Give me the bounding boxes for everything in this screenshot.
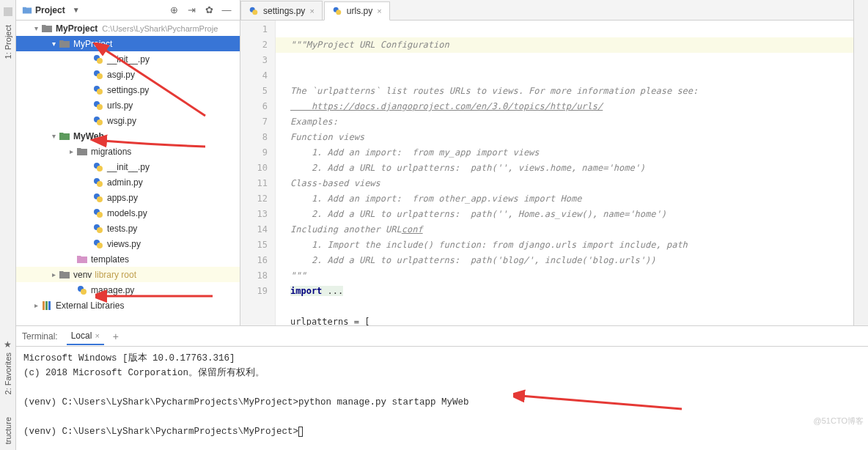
collapse-all-icon[interactable]: ⇥ bbox=[184, 3, 199, 18]
tab-urls[interactable]: urls.py× bbox=[324, 1, 390, 21]
svg-point-19 bbox=[97, 227, 103, 233]
hide-panel-icon[interactable]: — bbox=[219, 3, 234, 18]
folder-icon bbox=[41, 23, 53, 34]
python-file-icon bbox=[92, 100, 104, 111]
panel-dropdown-icon[interactable]: ▼ bbox=[73, 6, 80, 14]
svg-point-5 bbox=[97, 89, 103, 95]
terminal-cursor bbox=[298, 427, 303, 437]
project-folder-icon bbox=[22, 5, 32, 15]
python-file-icon bbox=[92, 54, 104, 65]
tree-file-settings[interactable]: settings.py bbox=[16, 82, 240, 97]
tree-file-wsgi[interactable]: wsgi.py bbox=[16, 113, 240, 128]
right-tool-gutter bbox=[853, 0, 868, 325]
tree-file-tests[interactable]: tests.py bbox=[16, 221, 240, 236]
svg-rect-25 bbox=[45, 301, 48, 310]
svg-rect-24 bbox=[43, 301, 45, 310]
python-file-icon bbox=[92, 223, 104, 235]
watermark: @51CTO博客 bbox=[814, 416, 864, 427]
editor-tabs: settings.py× urls.py× bbox=[240, 0, 853, 21]
settings-gear-icon[interactable]: ✿ bbox=[202, 3, 216, 18]
favorites-star-icon[interactable]: ★ bbox=[4, 339, 12, 350]
tree-migrations[interactable]: ▸migrations bbox=[16, 144, 240, 159]
python-file-icon bbox=[92, 115, 104, 127]
folder-icon bbox=[76, 146, 88, 158]
tree-file-views[interactable]: views.py bbox=[16, 236, 240, 251]
svg-point-7 bbox=[97, 104, 103, 110]
tree-myweb-pkg[interactable]: ▾MyWeb bbox=[16, 128, 240, 144]
project-tool-label[interactable]: 1: Project bbox=[4, 25, 12, 59]
terminal-tabs: Terminal: Local× + bbox=[16, 326, 868, 347]
project-panel: Project ▼ ⊕ ⇥ ✿ — ▾MyProjectC:\Users\LyS… bbox=[16, 0, 240, 325]
svg-point-30 bbox=[336, 10, 341, 15]
python-file-icon bbox=[76, 284, 88, 296]
django-folder-icon bbox=[59, 38, 70, 50]
python-file-icon bbox=[92, 161, 104, 173]
scroll-from-source-icon[interactable]: ⊕ bbox=[166, 3, 181, 18]
line-gutter: 123456789101112131415161819 bbox=[240, 21, 276, 325]
terminal-panel: Terminal: Local× + Microsoft Windows [版本… bbox=[16, 325, 868, 450]
project-tree: ▾MyProjectC:\Users\LyShark\PycharmProje … bbox=[16, 21, 240, 325]
code-content[interactable]: """MyProject URL Configuration The `urlp… bbox=[276, 21, 853, 325]
python-file-icon bbox=[92, 84, 104, 96]
tree-venv[interactable]: ▸venvlibrary root bbox=[16, 267, 240, 282]
close-tab-icon[interactable]: × bbox=[309, 7, 314, 15]
python-file-icon bbox=[92, 238, 104, 250]
left-tool-gutter: 1: Project bbox=[0, 0, 16, 325]
add-terminal-icon[interactable]: + bbox=[113, 331, 119, 342]
terminal-tab-local[interactable]: Local× bbox=[67, 328, 104, 345]
svg-point-21 bbox=[97, 243, 103, 248]
svg-point-13 bbox=[97, 181, 103, 187]
tree-external-libs[interactable]: ▸External Libraries bbox=[16, 298, 240, 313]
svg-point-1 bbox=[97, 58, 103, 64]
close-tab-icon[interactable]: × bbox=[377, 7, 381, 15]
project-panel-header: Project ▼ ⊕ ⇥ ✿ — bbox=[16, 0, 240, 21]
svg-point-11 bbox=[97, 166, 103, 171]
structure-tool-label[interactable]: tructure bbox=[4, 417, 12, 444]
tree-templates[interactable]: templates bbox=[16, 251, 240, 267]
code-editor[interactable]: 123456789101112131415161819 """MyProject… bbox=[240, 21, 853, 325]
python-file-icon bbox=[92, 177, 104, 188]
python-file-icon bbox=[92, 207, 104, 219]
python-file-icon bbox=[249, 6, 259, 16]
close-tab-icon[interactable]: × bbox=[95, 331, 99, 340]
tree-file-models[interactable]: models.py bbox=[16, 205, 240, 221]
panel-title: Project bbox=[35, 5, 65, 15]
django-folder-icon bbox=[59, 130, 70, 142]
svg-point-17 bbox=[97, 212, 103, 218]
svg-point-23 bbox=[81, 289, 87, 295]
python-file-icon bbox=[92, 69, 104, 81]
tree-file-init[interactable]: __init__.py bbox=[16, 51, 240, 67]
folder-icon bbox=[76, 254, 88, 265]
python-file-icon bbox=[332, 6, 342, 16]
folder-icon bbox=[59, 269, 70, 281]
tree-manage[interactable]: manage.py bbox=[16, 282, 240, 298]
svg-rect-26 bbox=[48, 301, 51, 310]
tree-file-init2[interactable]: __init__.py bbox=[16, 159, 240, 174]
left-tool-gutter-bottom: ★ 2: Favorites tructure bbox=[0, 325, 16, 450]
tree-file-admin[interactable]: admin.py bbox=[16, 174, 240, 190]
tree-myproject-pkg[interactable]: ▾MyProject bbox=[16, 36, 240, 51]
terminal-body[interactable]: Microsoft Windows [版本 10.0.17763.316] (c… bbox=[16, 347, 868, 450]
svg-point-15 bbox=[97, 196, 103, 202]
svg-point-28 bbox=[252, 10, 257, 15]
library-icon bbox=[41, 300, 53, 311]
terminal-label: Terminal: bbox=[22, 331, 58, 342]
favorites-tool-label[interactable]: 2: Favorites bbox=[4, 353, 12, 394]
editor-area: settings.py× urls.py× 123456789101112131… bbox=[240, 0, 853, 325]
tree-file-asgi[interactable]: asgi.py bbox=[16, 67, 240, 82]
svg-point-9 bbox=[97, 119, 103, 125]
svg-point-3 bbox=[97, 73, 103, 79]
project-tool-icon[interactable] bbox=[4, 7, 12, 16]
tree-root[interactable]: ▾MyProjectC:\Users\LyShark\PycharmProje bbox=[16, 21, 240, 36]
tree-file-urls[interactable]: urls.py bbox=[16, 97, 240, 113]
tree-file-apps[interactable]: apps.py bbox=[16, 190, 240, 205]
python-file-icon bbox=[92, 192, 104, 204]
tab-settings[interactable]: settings.py× bbox=[240, 1, 323, 20]
